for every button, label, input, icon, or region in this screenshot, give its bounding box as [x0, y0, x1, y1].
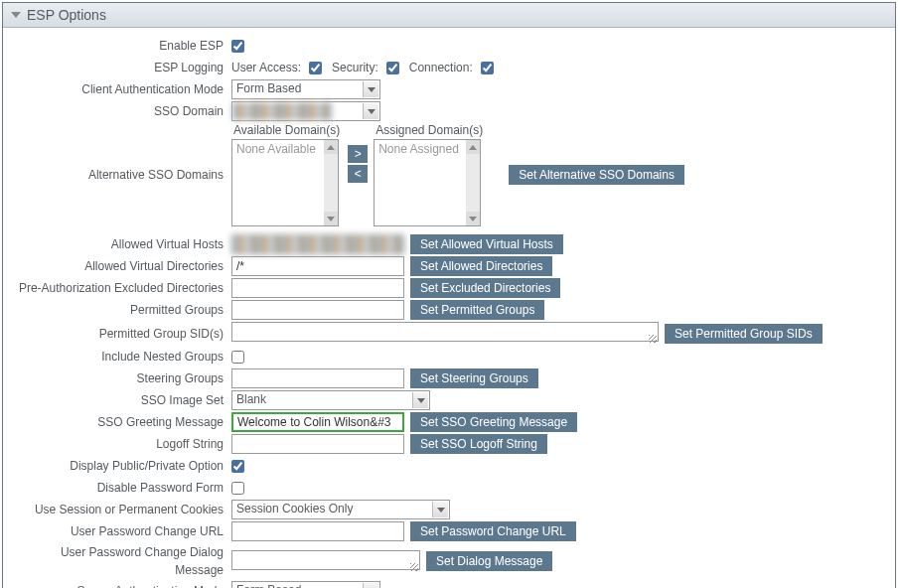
server-auth-mode-label: Server Authentication Mode: [11, 582, 231, 588]
sso-domain-label: SSO Domain: [11, 102, 231, 120]
esp-logging-label: ESP Logging: [11, 59, 231, 76]
disable-pwd-checkbox[interactable]: [231, 482, 244, 495]
set-perm-groups-button[interactable]: Set Permitted Groups: [410, 300, 544, 320]
preauth-excl-label: Pre-Authorization Excluded Directories: [11, 279, 231, 297]
assigned-placeholder: None Assigned: [378, 142, 459, 156]
logoff-string-input[interactable]: [231, 434, 404, 454]
set-logoff-string-button[interactable]: Set SSO Logoff String: [410, 434, 547, 454]
client-auth-mode-label: Client Authentication Mode: [11, 80, 231, 98]
sso-image-set-select[interactable]: Blank: [231, 390, 430, 410]
pwd-dialog-input[interactable]: [231, 550, 420, 570]
scrollbar[interactable]: [324, 140, 338, 225]
pwd-dialog-label: User Password Change Dialog Message: [11, 543, 231, 579]
user-access-checkbox[interactable]: [309, 62, 322, 74]
allowed-vhosts-input[interactable]: [231, 234, 404, 254]
move-left-button[interactable]: <: [348, 165, 368, 183]
cookies-label: Use Session or Permanent Cookies: [11, 501, 231, 518]
sso-domain-select[interactable]: [231, 101, 380, 121]
disable-pwd-label: Disable Password Form: [11, 479, 231, 497]
set-allowed-dirs-button[interactable]: Set Allowed Directories: [410, 256, 552, 276]
pwd-change-url-input[interactable]: [231, 521, 404, 541]
sso-image-set-label: SSO Image Set: [11, 391, 231, 409]
available-placeholder: None Available: [236, 142, 316, 156]
server-auth-mode-select[interactable]: Form Based: [231, 581, 380, 588]
nested-groups-label: Include Nested Groups: [11, 348, 231, 366]
logoff-string-label: Logoff String: [11, 435, 231, 453]
enable-esp-checkbox[interactable]: [231, 40, 244, 53]
connection-label: Connection:: [409, 61, 473, 74]
allowed-vhosts-label: Allowed Virtual Hosts: [11, 235, 231, 253]
panel-body: Enable ESP ESP Logging User Access: Secu…: [3, 28, 895, 588]
display-pp-label: Display Public/Private Option: [11, 457, 231, 475]
nested-groups-checkbox[interactable]: [231, 351, 244, 364]
set-allowed-vhosts-button[interactable]: Set Allowed Virtual Hosts: [410, 234, 563, 254]
resize-handle-icon[interactable]: [410, 563, 418, 571]
set-pwd-change-url-button[interactable]: Set Password Change URL: [410, 521, 576, 541]
set-sso-greeting-button[interactable]: Set SSO Greeting Message: [410, 412, 577, 432]
cookies-select[interactable]: Session Cookies Only: [231, 500, 450, 519]
resize-handle-icon[interactable]: [649, 335, 657, 343]
set-alt-sso-domains-button[interactable]: Set Alternative SSO Domains: [509, 165, 684, 185]
set-steering-groups-button[interactable]: Set Steering Groups: [410, 368, 538, 388]
enable-esp-label: Enable ESP: [11, 37, 231, 55]
set-excluded-dirs-button[interactable]: Set Excluded Directories: [410, 278, 560, 298]
allowed-vdirs-input[interactable]: [231, 256, 404, 276]
security-checkbox[interactable]: [386, 62, 399, 74]
steering-groups-label: Steering Groups: [11, 369, 231, 387]
preauth-excl-input[interactable]: [231, 278, 404, 298]
assigned-domains-header: Assigned Domain(s): [374, 123, 485, 139]
display-pp-checkbox[interactable]: [231, 460, 244, 473]
scrollbar[interactable]: [466, 140, 480, 225]
perm-sids-label: Permitted Group SID(s): [11, 325, 231, 343]
security-label: Security:: [332, 61, 378, 74]
perm-groups-label: Permitted Groups: [11, 301, 231, 319]
connection-checkbox[interactable]: [481, 62, 494, 74]
user-access-label: User Access:: [231, 61, 301, 74]
allowed-vdirs-label: Allowed Virtual Directories: [11, 257, 231, 275]
steering-groups-input[interactable]: [231, 368, 404, 388]
collapse-icon: [11, 12, 21, 18]
available-domains-header: Available Domain(s): [231, 123, 342, 139]
set-dialog-msg-button[interactable]: Set Dialog Message: [426, 551, 552, 571]
set-perm-sids-button[interactable]: Set Permitted Group SIDs: [665, 324, 823, 344]
panel-title: ESP Options: [27, 7, 106, 23]
sso-greeting-label: SSO Greeting Message: [11, 413, 231, 431]
esp-options-panel: ESP Options Enable ESP ESP Logging User …: [2, 2, 896, 588]
pwd-change-url-label: User Password Change URL: [11, 522, 231, 540]
perm-groups-input[interactable]: [231, 300, 404, 320]
panel-header[interactable]: ESP Options: [3, 3, 895, 28]
client-auth-mode-select[interactable]: Form Based: [231, 79, 380, 99]
move-right-button[interactable]: >: [348, 145, 368, 163]
available-domains-listbox[interactable]: None Available: [231, 139, 339, 226]
assigned-domains-listbox[interactable]: None Assigned: [374, 139, 481, 226]
sso-greeting-input[interactable]: [231, 412, 404, 432]
alt-sso-domains-label: Alternative SSO Domains: [11, 166, 231, 184]
perm-sids-input[interactable]: [231, 322, 659, 342]
